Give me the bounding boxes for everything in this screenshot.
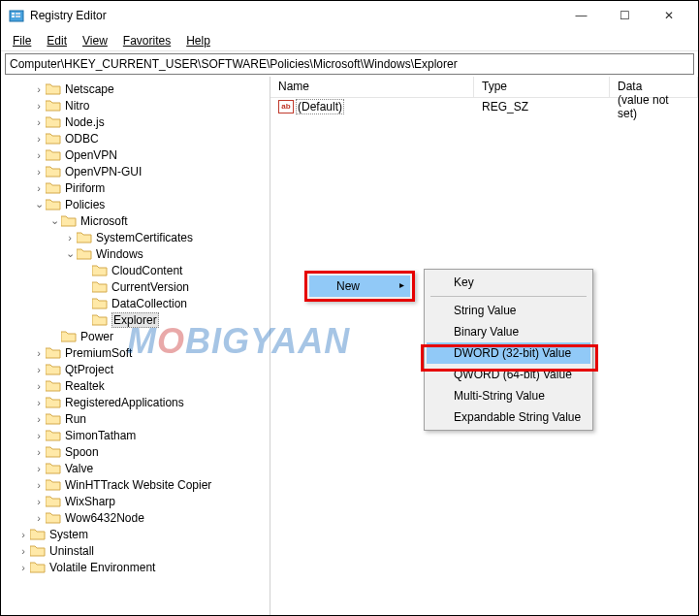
folder-icon	[46, 115, 61, 128]
tree-node-cloudcontent[interactable]: CloudContent	[1, 262, 270, 278]
expand-icon[interactable]: ›	[32, 496, 46, 507]
tree-node-simontatham[interactable]: ›SimonTatham	[1, 427, 270, 443]
expand-icon[interactable]: ›	[32, 397, 46, 408]
folder-icon	[46, 363, 61, 375]
tree-node-qtproject[interactable]: ›QtProject	[1, 361, 270, 377]
tree-label: Uninstall	[49, 544, 94, 558]
tree-node-currentversion[interactable]: CurrentVersion	[1, 278, 270, 295]
menu-edit[interactable]: Edit	[41, 32, 73, 49]
tree-node-valve[interactable]: ›Valve	[1, 460, 270, 476]
submenu-item-string-value[interactable]: String Value	[427, 300, 590, 321]
tree-node-winhttrack-website-copier[interactable]: ›WinHTTrack Website Copier	[1, 476, 270, 493]
expand-icon[interactable]: ⌄	[63, 247, 77, 260]
submenu-item-expandable-string-value[interactable]: Expandable String Value	[427, 406, 590, 428]
tree-node-datacollection[interactable]: DataCollection	[1, 295, 270, 311]
expand-icon[interactable]: ›	[32, 133, 46, 145]
tree-node-systemcertificates[interactable]: ›SystemCertificates	[1, 229, 270, 245]
col-type[interactable]: Type	[474, 77, 610, 97]
list-row[interactable]: ab (Default) REG_SZ (value not set)	[270, 98, 698, 115]
context-menu: New ▸	[304, 271, 415, 302]
tree-node-openvpn[interactable]: ›OpenVPN	[1, 146, 270, 163]
address-text: Computer\HKEY_CURRENT_USER\SOFTWARE\Poli…	[10, 57, 458, 71]
tree-node-policies[interactable]: ⌄Policies	[1, 196, 270, 212]
expand-icon[interactable]: ›	[32, 149, 46, 161]
expand-icon[interactable]: ⌄	[48, 214, 61, 227]
tree-label: Wow6432Node	[65, 511, 144, 525]
expand-icon[interactable]: ›	[32, 446, 46, 458]
svg-rect-3	[16, 13, 20, 15]
tree-node-wixsharp[interactable]: ›WixSharp	[1, 493, 270, 509]
context-menu-new[interactable]: New ▸	[309, 276, 410, 297]
submenu-item-qword-64-bit-value[interactable]: QWORD (64-bit) Value	[427, 364, 590, 385]
expand-icon[interactable]: ›	[32, 512, 46, 524]
folder-icon	[46, 198, 61, 211]
tree-node-node-js[interactable]: ›Node.js	[1, 113, 270, 130]
expand-icon[interactable]: ›	[32, 364, 46, 375]
submenu-item-dword-32-bit-value[interactable]: DWORD (32-bit) Value	[427, 342, 590, 364]
expand-icon[interactable]: ›	[32, 347, 46, 359]
expand-icon[interactable]: ›	[32, 166, 46, 178]
tree-label: ODBC	[65, 132, 99, 146]
expand-icon[interactable]: ›	[32, 100, 46, 112]
tree-node-piriform[interactable]: ›Piriform	[1, 179, 270, 196]
context-submenu: KeyString ValueBinary ValueDWORD (32-bit…	[424, 269, 593, 431]
tree-node-registeredapplications[interactable]: ›RegisteredApplications	[1, 394, 270, 410]
tree-node-power[interactable]: Power	[1, 328, 270, 344]
menu-help[interactable]: Help	[180, 32, 216, 49]
registry-tree[interactable]: ›Netscape›Nitro›Node.js›ODBC›OpenVPN›Ope…	[1, 77, 270, 615]
regedit-icon	[9, 8, 24, 23]
expand-icon[interactable]: ›	[16, 562, 30, 573]
expand-icon[interactable]: ›	[32, 479, 46, 491]
tree-node-spoon[interactable]: ›Spoon	[1, 443, 270, 460]
close-button[interactable]: ✕	[647, 2, 690, 29]
folder-icon	[46, 82, 61, 95]
expand-icon[interactable]: ›	[32, 463, 46, 474]
folder-icon	[46, 511, 61, 524]
expand-icon[interactable]: ›	[32, 380, 46, 392]
tree-node-system[interactable]: ›System	[1, 526, 270, 542]
expand-icon[interactable]: ›	[32, 116, 46, 128]
tree-label: Windows	[96, 247, 143, 261]
tree-node-odbc[interactable]: ›ODBC	[1, 130, 270, 146]
tree-label: QtProject	[65, 363, 113, 376]
tree-node-openvpn-gui[interactable]: ›OpenVPN-GUI	[1, 163, 270, 179]
submenu-item-multi-string-value[interactable]: Multi-String Value	[427, 385, 590, 406]
tree-label: OpenVPN-GUI	[65, 165, 142, 178]
folder-icon	[77, 247, 92, 260]
tree-node-volatile-environment[interactable]: ›Volatile Environment	[1, 559, 270, 575]
maximize-button[interactable]: ☐	[603, 2, 647, 29]
minimize-button[interactable]: —	[559, 2, 603, 29]
menu-separator	[430, 296, 587, 297]
value-name: (Default)	[296, 99, 344, 114]
expand-icon[interactable]: ›	[16, 545, 30, 557]
tree-node-realtek[interactable]: ›Realtek	[1, 377, 270, 394]
tree-node-microsoft[interactable]: ⌄Microsoft	[1, 212, 270, 229]
tree-node-wow6432node[interactable]: ›Wow6432Node	[1, 509, 270, 526]
expand-icon[interactable]: ›	[16, 529, 30, 540]
expand-icon[interactable]: ⌄	[32, 198, 46, 211]
expand-icon[interactable]: ›	[63, 232, 77, 243]
menu-view[interactable]: View	[77, 32, 113, 49]
tree-node-windows[interactable]: ⌄Windows	[1, 245, 270, 262]
address-bar[interactable]: Computer\HKEY_CURRENT_USER\SOFTWARE\Poli…	[5, 53, 694, 75]
expand-icon[interactable]: ›	[32, 413, 46, 425]
tree-node-netscape[interactable]: ›Netscape	[1, 81, 270, 97]
expand-icon[interactable]: ›	[32, 430, 46, 441]
tree-label: Netscape	[65, 82, 114, 96]
folder-icon	[92, 264, 108, 276]
submenu-item-binary-value[interactable]: Binary Value	[427, 321, 590, 342]
expand-icon[interactable]: ›	[32, 83, 46, 95]
tree-node-nitro[interactable]: ›Nitro	[1, 97, 270, 113]
col-name[interactable]: Name	[270, 77, 474, 97]
submenu-item-key[interactable]: Key	[427, 272, 590, 293]
tree-node-run[interactable]: ›Run	[1, 410, 270, 427]
expand-icon[interactable]: ›	[32, 182, 46, 194]
menu-file[interactable]: File	[7, 32, 37, 49]
tree-node-uninstall[interactable]: ›Uninstall	[1, 542, 270, 559]
menu-bar: File Edit View Favorites Help	[1, 30, 698, 51]
tree-label: WixSharp	[65, 495, 115, 508]
folder-icon	[92, 313, 108, 326]
menu-favorites[interactable]: Favorites	[117, 32, 176, 49]
tree-node-premiumsoft[interactable]: ›PremiumSoft	[1, 344, 270, 361]
tree-node-explorer[interactable]: Explorer	[1, 311, 270, 328]
